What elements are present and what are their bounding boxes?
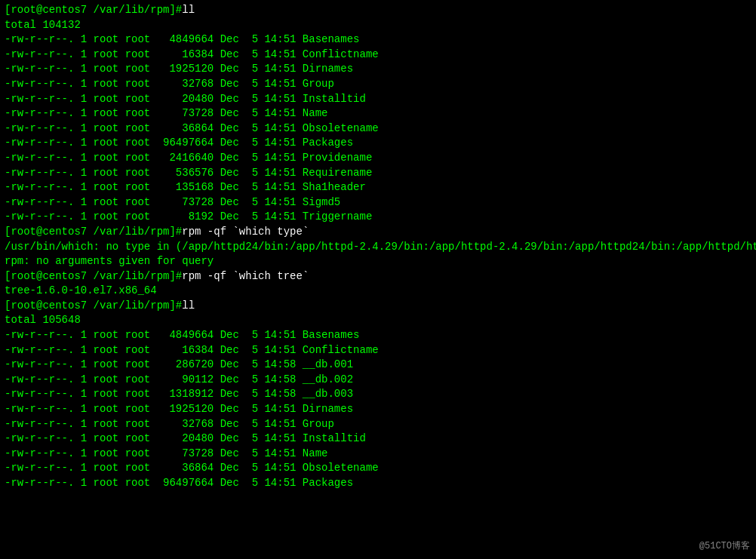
terminal-line: -rw-r--r--. 1 root root 20480 Dec 5 14:5… — [5, 92, 751, 107]
terminal-line: -rw-r--r--. 1 root root 2416640 Dec 5 14… — [5, 151, 751, 166]
prompt: [root@centos7 /var/lib/rpm]# — [5, 299, 182, 312]
terminal-line: -rw-r--r--. 1 root root 32768 Dec 5 14:5… — [5, 77, 751, 92]
terminal-line: rpm: no arguments given for query — [5, 254, 751, 269]
terminal-line: [root@centos7 /var/lib/rpm]#ll — [5, 299, 751, 314]
terminal-line: -rw-r--r--. 1 root root 8192 Dec 5 14:51… — [5, 210, 751, 225]
terminal-line: -rw-r--r--. 1 root root 36864 Dec 5 14:5… — [5, 461, 751, 476]
terminal-line: -rw-r--r--. 1 root root 1925120 Dec 5 14… — [5, 62, 751, 77]
terminal-line: -rw-r--r--. 1 root root 90112 Dec 5 14:5… — [5, 373, 751, 388]
command: ll — [182, 4, 195, 16]
command: ll — [182, 299, 195, 312]
prompt: [root@centos7 /var/lib/rpm]# — [5, 4, 182, 16]
terminal-line: -rw-r--r--. 1 root root 286720 Dec 5 14:… — [5, 358, 751, 373]
terminal-line: -rw-r--r--. 1 root root 135168 Dec 5 14:… — [5, 180, 751, 195]
terminal-line: total 105648 — [5, 313, 751, 328]
watermark: @51CTO博客 — [699, 540, 750, 553]
terminal-line: -rw-r--r--. 1 root root 96497664 Dec 5 1… — [5, 136, 751, 151]
terminal-line: /usr/bin/which: no type in (/app/httpd24… — [5, 240, 751, 255]
terminal-line: -rw-r--r--. 1 root root 20480 Dec 5 14:5… — [5, 432, 751, 447]
command: rpm -qf `which tree` — [182, 270, 309, 282]
terminal-window: [root@centos7 /var/lib/rpm]#lltotal 1041… — [5, 3, 751, 491]
terminal-line: -rw-r--r--. 1 root root 1925120 Dec 5 14… — [5, 402, 751, 417]
terminal-content: [root@centos7 /var/lib/rpm]#lltotal 1041… — [5, 3, 751, 491]
terminal-line: -rw-r--r--. 1 root root 32768 Dec 5 14:5… — [5, 417, 751, 432]
terminal-line: -rw-r--r--. 1 root root 16384 Dec 5 14:5… — [5, 48, 751, 63]
terminal-line: -rw-r--r--. 1 root root 1318912 Dec 5 14… — [5, 387, 751, 402]
terminal-line: -rw-r--r--. 1 root root 73728 Dec 5 14:5… — [5, 195, 751, 210]
terminal-line: -rw-r--r--. 1 root root 4849664 Dec 5 14… — [5, 328, 751, 343]
prompt: [root@centos7 /var/lib/rpm]# — [5, 270, 182, 282]
terminal-line: -rw-r--r--. 1 root root 536576 Dec 5 14:… — [5, 166, 751, 181]
command: rpm -qf `which type` — [182, 226, 309, 238]
terminal-line: tree-1.6.0-10.el7.x86_64 — [5, 284, 751, 299]
prompt: [root@centos7 /var/lib/rpm]# — [5, 226, 182, 238]
terminal-line: [root@centos7 /var/lib/rpm]#rpm -qf `whi… — [5, 225, 751, 240]
terminal-line: -rw-r--r--. 1 root root 73728 Dec 5 14:5… — [5, 447, 751, 462]
terminal-line: total 104132 — [5, 18, 751, 33]
terminal-line: [root@centos7 /var/lib/rpm]#ll — [5, 3, 751, 18]
terminal-line: -rw-r--r--. 1 root root 16384 Dec 5 14:5… — [5, 343, 751, 358]
terminal-line: -rw-r--r--. 1 root root 96497664 Dec 5 1… — [5, 476, 751, 491]
terminal-line: -rw-r--r--. 1 root root 36864 Dec 5 14:5… — [5, 121, 751, 137]
terminal-line: -rw-r--r--. 1 root root 73728 Dec 5 14:5… — [5, 106, 751, 121]
terminal-line: -rw-r--r--. 1 root root 4849664 Dec 5 14… — [5, 32, 751, 48]
terminal-line: [root@centos7 /var/lib/rpm]#rpm -qf `whi… — [5, 269, 751, 284]
